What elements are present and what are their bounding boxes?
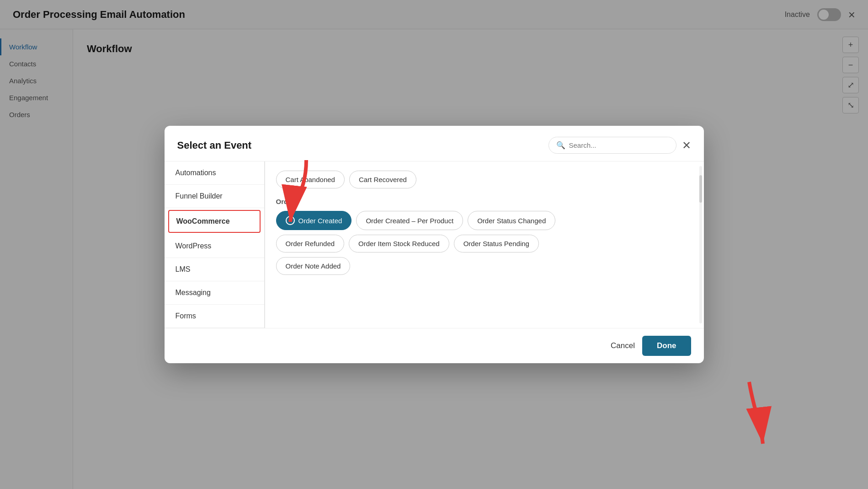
order-refunded-button[interactable]: Order Refunded [276,235,345,253]
cart-events-section: Cart Abandoned Cart Recovered [276,171,693,188]
sidebar-item-forms[interactable]: Forms [165,305,264,328]
done-button[interactable]: Done [642,336,691,356]
modal-overlay: Select an Event 🔍 ✕ Automations Funnel B… [0,0,868,489]
modal-title: Select an Event [177,140,252,151]
select-event-modal: Select an Event 🔍 ✕ Automations Funnel B… [165,126,704,363]
orders-row-2: Order Refunded Order Item Stock Reduced … [276,235,693,253]
orders-row-3: Order Note Added [276,257,693,275]
red-arrow-2 [731,377,786,452]
order-status-pending-button[interactable]: Order Status Pending [454,235,539,253]
modal-close-button[interactable]: ✕ [682,140,691,151]
search-box: 🔍 [548,137,676,154]
check-icon: ✓ [286,216,295,225]
scrollbar-track[interactable] [699,166,702,323]
modal-header-right: 🔍 ✕ [548,137,691,154]
order-note-added-button[interactable]: Order Note Added [276,257,351,275]
modal-footer: Cancel Done [165,328,704,363]
order-created-button[interactable]: ✓ Order Created [276,211,352,230]
sidebar-item-woocommerce[interactable]: WooCommerce [168,210,261,233]
cancel-button[interactable]: Cancel [611,341,635,350]
sidebar-item-funnel-builder[interactable]: Funnel Builder [165,185,264,208]
sidebar-item-automations[interactable]: Automations [165,161,264,185]
modal-sidebar: Automations Funnel Builder WooCommerce W… [165,161,265,328]
sidebar-item-lms[interactable]: LMS [165,258,264,281]
search-input[interactable] [569,141,669,149]
sidebar-item-wordpress[interactable]: WordPress [165,235,264,258]
modal-content: Cart Abandoned Cart Recovered Orders ✓ O… [265,161,704,328]
cart-events-row: Cart Abandoned Cart Recovered [276,171,693,188]
modal-header: Select an Event 🔍 ✕ [165,126,704,161]
cart-abandoned-button[interactable]: Cart Abandoned [276,171,345,188]
orders-section-label: Orders [276,198,693,205]
order-status-changed-button[interactable]: Order Status Changed [468,211,555,230]
sidebar-item-messaging[interactable]: Messaging [165,281,264,305]
scrollbar-thumb[interactable] [699,175,702,203]
order-created-label: Order Created [298,217,342,225]
order-created-per-product-button[interactable]: Order Created – Per Product [356,211,463,230]
modal-body: Automations Funnel Builder WooCommerce W… [165,161,704,328]
orders-row-1: ✓ Order Created Order Created – Per Prod… [276,211,693,230]
search-icon: 🔍 [556,141,565,150]
order-item-stock-reduced-button[interactable]: Order Item Stock Reduced [349,235,449,253]
cart-recovered-button[interactable]: Cart Recovered [349,171,416,188]
orders-events-section: Orders ✓ Order Created Order Created – P… [276,198,693,275]
